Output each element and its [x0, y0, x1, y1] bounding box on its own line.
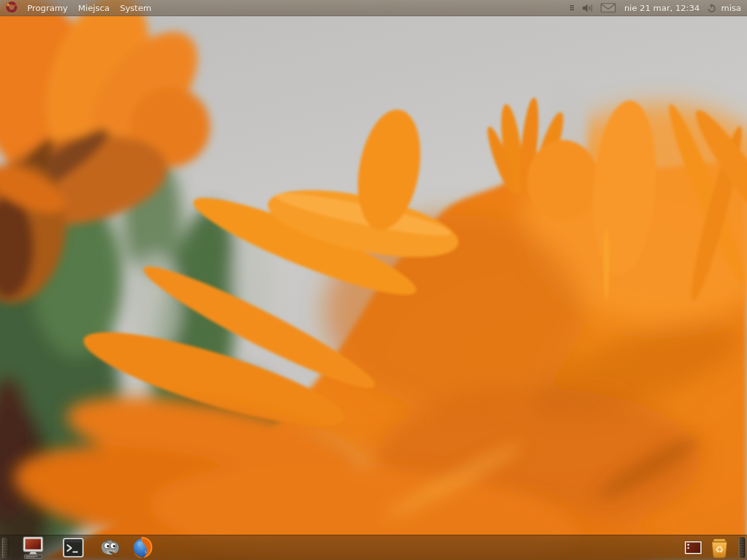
top-panel-menus: Programy Miejsca System — [0, 0, 156, 16]
menu-programy[interactable]: Programy — [22, 0, 73, 16]
indicator-menu-icon[interactable] — [569, 4, 575, 12]
workspace-switcher[interactable] — [685, 541, 702, 554]
computer-monitor-icon — [21, 536, 45, 559]
main-menu-button[interactable] — [4, 0, 22, 16]
svg-text:♻: ♻ — [715, 544, 724, 555]
bottom-panel: ♻ — [0, 535, 747, 560]
trash-icon: ♻ — [709, 537, 730, 559]
gimp-wilber-icon — [99, 537, 122, 558]
trash-applet[interactable]: ♻ — [709, 537, 730, 559]
ubuntu-logo-icon — [5, 1, 18, 16]
menu-programy-label: Programy — [27, 3, 68, 13]
terminal-icon — [62, 537, 84, 558]
panel-drag-handle-left[interactable] — [2, 537, 8, 558]
power-icon[interactable] — [707, 3, 717, 13]
menu-system[interactable]: System — [115, 0, 156, 16]
menu-system-label: System — [120, 3, 151, 13]
launcher-gimp[interactable] — [99, 537, 122, 558]
top-panel: Programy Miejsca System — [0, 0, 747, 16]
menu-miejsca-label: Miejsca — [78, 3, 110, 13]
workspace-thumbnail-dot — [687, 547, 689, 549]
mail-envelope-icon[interactable] — [600, 3, 616, 13]
workspace-thumbnail-dot — [687, 544, 689, 546]
wallpaper-image — [0, 0, 747, 560]
username[interactable]: misa — [721, 3, 741, 13]
firefox-icon — [131, 536, 154, 559]
top-panel-indicators: nie 21 mar, 12:34 misa — [569, 0, 747, 16]
launcher-terminal[interactable] — [62, 537, 84, 558]
desktop[interactable] — [0, 0, 747, 560]
launcher-firefox[interactable] — [131, 536, 154, 559]
clock[interactable]: nie 21 mar, 12:34 — [624, 3, 700, 13]
launcher-computer[interactable] — [21, 536, 45, 559]
panel-drag-handle-right[interactable] — [739, 537, 745, 558]
volume-icon[interactable] — [582, 3, 593, 13]
menu-miejsca[interactable]: Miejsca — [73, 0, 115, 16]
